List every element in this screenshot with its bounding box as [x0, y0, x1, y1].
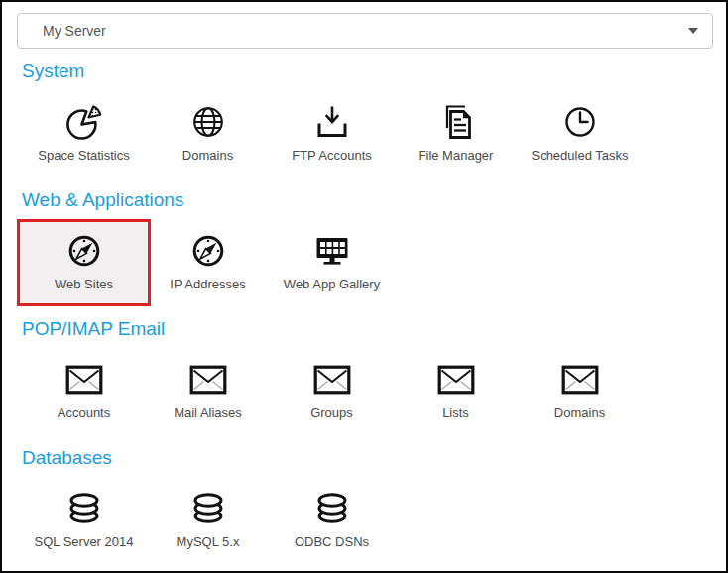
tile-label: IP Addresses — [170, 277, 245, 291]
compass-icon — [64, 228, 104, 274]
tile-label: Space Statistics — [38, 148, 130, 163]
tile-label: Scheduled Tasks — [531, 148, 628, 163]
tile-domains[interactable]: Domains — [146, 90, 270, 177]
tile-groups[interactable]: Groups — [270, 348, 394, 435]
tile-mail-aliases[interactable]: Mail Aliases — [146, 348, 270, 435]
section-title-system: System — [22, 60, 726, 82]
tile-accounts[interactable]: Accounts — [22, 348, 146, 435]
server-selector-value: My Server — [43, 23, 106, 39]
section-pop-imap-email: POP/IMAP EmailAccountsMail AliasesGroups… — [2, 318, 726, 435]
tile-row: Space StatisticsDomainsFTP AccountsFile … — [2, 90, 726, 177]
section-title-pop-imap-email: POP/IMAP Email — [22, 318, 726, 340]
tile-label: SQL Server 2014 — [35, 534, 134, 549]
tile-label: Web Sites — [55, 277, 113, 291]
envelope-icon — [436, 357, 476, 402]
tile-label: Groups — [310, 405, 353, 420]
tile-odbc-dsns[interactable]: ODBC DSNs — [270, 477, 394, 564]
clock-icon — [560, 99, 600, 145]
tile-web-app-gallery[interactable]: Web App Gallery — [270, 219, 394, 306]
compass-icon — [188, 228, 228, 274]
tile-domains[interactable]: Domains — [518, 348, 642, 435]
tile-row: SQL Server 2014MySQL 5.xODBC DSNs — [2, 477, 726, 564]
envelope-icon — [64, 357, 104, 402]
envelope-icon — [560, 357, 600, 402]
tile-row: Web SitesIP AddressesWeb App Gallery — [2, 219, 726, 306]
tile-label: Domains — [182, 148, 233, 163]
tile-label: File Manager — [419, 148, 494, 163]
section-title-web-applications: Web & Applications — [22, 189, 726, 211]
database-icon — [188, 486, 228, 531]
tile-label: Accounts — [58, 405, 110, 420]
pie-chart-icon — [64, 99, 104, 145]
control-panel: My Server SystemSpace StatisticsDomainsF… — [0, 0, 728, 573]
tile-sql-server-2014[interactable]: SQL Server 2014 — [22, 477, 146, 564]
tile-mysql-5-x[interactable]: MySQL 5.x — [146, 477, 270, 564]
database-icon — [64, 486, 104, 531]
envelope-icon — [188, 357, 228, 402]
sections-container: SystemSpace StatisticsDomainsFTP Account… — [2, 60, 726, 564]
section-web-applications: Web & ApplicationsWeb SitesIP AddressesW… — [2, 189, 726, 306]
tile-ip-addresses[interactable]: IP Addresses — [146, 219, 270, 306]
tile-row: AccountsMail AliasesGroupsListsDomains — [2, 348, 726, 435]
section-system: SystemSpace StatisticsDomainsFTP Account… — [2, 60, 726, 177]
tile-scheduled-tasks[interactable]: Scheduled Tasks — [518, 90, 642, 177]
tile-ftp-accounts[interactable]: FTP Accounts — [270, 90, 394, 177]
monitor-grid-icon — [312, 228, 352, 274]
tile-web-sites[interactable]: Web Sites — [17, 219, 151, 306]
tile-lists[interactable]: Lists — [394, 348, 518, 435]
documents-icon — [436, 99, 476, 145]
database-icon — [312, 486, 352, 531]
tile-space-statistics[interactable]: Space Statistics — [22, 90, 146, 177]
globe-icon — [188, 99, 228, 145]
tile-file-manager[interactable]: File Manager — [394, 90, 518, 177]
tile-label: FTP Accounts — [292, 148, 372, 163]
tile-label: Mail Aliases — [174, 405, 242, 420]
tile-label: Web App Gallery — [284, 277, 380, 291]
tile-label: MySQL 5.x — [177, 534, 240, 549]
tile-label: ODBC DSNs — [295, 534, 369, 549]
section-title-databases: Databases — [22, 447, 726, 469]
section-databases: DatabasesSQL Server 2014MySQL 5.xODBC DS… — [2, 447, 726, 564]
chevron-down-icon — [688, 28, 698, 34]
server-selector[interactable]: My Server — [17, 13, 713, 49]
tile-label: Domains — [554, 405, 605, 420]
envelope-icon — [312, 357, 352, 402]
download-tray-icon — [312, 99, 352, 145]
tile-label: Lists — [442, 405, 469, 420]
